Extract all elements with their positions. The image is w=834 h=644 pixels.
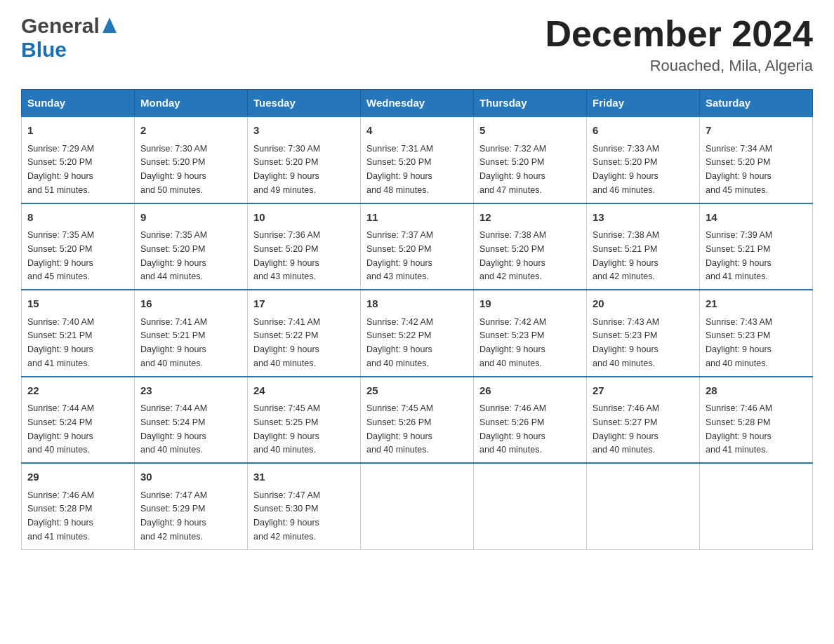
calendar-cell: 11Sunrise: 7:37 AMSunset: 5:20 PMDayligh… bbox=[361, 203, 474, 290]
day-number: 2 bbox=[140, 123, 241, 139]
month-title: December 2024 bbox=[545, 14, 813, 54]
day-info: Sunrise: 7:35 AMSunset: 5:20 PMDaylight:… bbox=[140, 230, 207, 281]
day-info: Sunrise: 7:35 AMSunset: 5:20 PMDaylight:… bbox=[27, 230, 94, 281]
calendar-table: SundayMondayTuesdayWednesdayThursdayFrid… bbox=[21, 89, 813, 550]
calendar-cell bbox=[474, 463, 587, 549]
header-saturday: Saturday bbox=[700, 90, 813, 117]
day-number: 20 bbox=[593, 296, 694, 312]
day-info: Sunrise: 7:47 AMSunset: 5:30 PMDaylight:… bbox=[253, 490, 320, 542]
day-number: 1 bbox=[27, 123, 128, 139]
day-number: 30 bbox=[140, 469, 241, 485]
calendar-cell: 31Sunrise: 7:47 AMSunset: 5:30 PMDayligh… bbox=[248, 463, 361, 549]
day-number: 13 bbox=[593, 210, 694, 226]
calendar-cell: 13Sunrise: 7:38 AMSunset: 5:21 PMDayligh… bbox=[587, 203, 700, 290]
calendar-cell: 14Sunrise: 7:39 AMSunset: 5:21 PMDayligh… bbox=[700, 203, 813, 290]
day-info: Sunrise: 7:29 AMSunset: 5:20 PMDaylight:… bbox=[27, 144, 94, 195]
day-number: 15 bbox=[27, 296, 128, 312]
calendar-cell: 7Sunrise: 7:34 AMSunset: 5:20 PMDaylight… bbox=[700, 116, 813, 203]
day-number: 27 bbox=[593, 383, 694, 399]
day-info: Sunrise: 7:41 AMSunset: 5:21 PMDaylight:… bbox=[140, 317, 207, 368]
calendar-cell: 22Sunrise: 7:44 AMSunset: 5:24 PMDayligh… bbox=[22, 377, 135, 464]
day-number: 12 bbox=[479, 210, 581, 226]
calendar-cell: 21Sunrise: 7:43 AMSunset: 5:23 PMDayligh… bbox=[700, 290, 813, 377]
header-sunday: Sunday bbox=[22, 90, 135, 117]
calendar-cell: 16Sunrise: 7:41 AMSunset: 5:21 PMDayligh… bbox=[135, 290, 248, 377]
calendar-cell: 19Sunrise: 7:42 AMSunset: 5:23 PMDayligh… bbox=[474, 290, 587, 377]
calendar-cell: 12Sunrise: 7:38 AMSunset: 5:20 PMDayligh… bbox=[474, 203, 587, 290]
day-info: Sunrise: 7:43 AMSunset: 5:23 PMDaylight:… bbox=[593, 317, 659, 368]
day-number: 31 bbox=[253, 469, 355, 485]
calendar-header-row: SundayMondayTuesdayWednesdayThursdayFrid… bbox=[22, 90, 813, 117]
day-number: 16 bbox=[140, 296, 241, 312]
day-number: 11 bbox=[366, 210, 468, 226]
day-info: Sunrise: 7:44 AMSunset: 5:24 PMDaylight:… bbox=[140, 403, 207, 455]
day-info: Sunrise: 7:32 AMSunset: 5:20 PMDaylight:… bbox=[479, 144, 546, 195]
calendar-cell: 29Sunrise: 7:46 AMSunset: 5:28 PMDayligh… bbox=[22, 463, 135, 549]
day-info: Sunrise: 7:44 AMSunset: 5:24 PMDaylight:… bbox=[27, 403, 94, 455]
day-info: Sunrise: 7:38 AMSunset: 5:21 PMDaylight:… bbox=[593, 230, 659, 281]
day-info: Sunrise: 7:30 AMSunset: 5:20 PMDaylight:… bbox=[253, 144, 320, 195]
day-info: Sunrise: 7:42 AMSunset: 5:22 PMDaylight:… bbox=[366, 317, 433, 368]
calendar-week-row: 22Sunrise: 7:44 AMSunset: 5:24 PMDayligh… bbox=[22, 377, 813, 464]
day-number: 29 bbox=[27, 469, 128, 485]
day-number: 25 bbox=[366, 383, 468, 399]
calendar-week-row: 1Sunrise: 7:29 AMSunset: 5:20 PMDaylight… bbox=[22, 116, 813, 203]
calendar-cell: 25Sunrise: 7:45 AMSunset: 5:26 PMDayligh… bbox=[361, 377, 474, 464]
day-info: Sunrise: 7:39 AMSunset: 5:21 PMDaylight:… bbox=[706, 230, 772, 281]
day-info: Sunrise: 7:37 AMSunset: 5:20 PMDaylight:… bbox=[366, 230, 433, 281]
day-info: Sunrise: 7:38 AMSunset: 5:20 PMDaylight:… bbox=[479, 230, 546, 281]
day-number: 8 bbox=[27, 210, 128, 226]
calendar-cell: 5Sunrise: 7:32 AMSunset: 5:20 PMDaylight… bbox=[474, 116, 587, 203]
day-info: Sunrise: 7:47 AMSunset: 5:29 PMDaylight:… bbox=[140, 490, 207, 542]
day-number: 6 bbox=[593, 123, 694, 139]
day-info: Sunrise: 7:45 AMSunset: 5:25 PMDaylight:… bbox=[253, 403, 320, 455]
calendar-cell bbox=[700, 463, 813, 549]
calendar-cell bbox=[361, 463, 474, 549]
header-thursday: Thursday bbox=[474, 90, 587, 117]
calendar-cell: 23Sunrise: 7:44 AMSunset: 5:24 PMDayligh… bbox=[135, 377, 248, 464]
day-number: 14 bbox=[706, 210, 807, 226]
calendar-cell: 30Sunrise: 7:47 AMSunset: 5:29 PMDayligh… bbox=[135, 463, 248, 549]
logo-general-text: General bbox=[21, 14, 100, 38]
calendar-cell: 2Sunrise: 7:30 AMSunset: 5:20 PMDaylight… bbox=[135, 116, 248, 203]
logo-triangle-icon bbox=[102, 18, 117, 33]
calendar-cell: 4Sunrise: 7:31 AMSunset: 5:20 PMDaylight… bbox=[361, 116, 474, 203]
calendar-cell: 8Sunrise: 7:35 AMSunset: 5:20 PMDaylight… bbox=[22, 203, 135, 290]
day-info: Sunrise: 7:41 AMSunset: 5:22 PMDaylight:… bbox=[253, 317, 320, 368]
page-header: General Blue December 2024 Rouached, Mil… bbox=[21, 14, 813, 75]
calendar-cell: 28Sunrise: 7:46 AMSunset: 5:28 PMDayligh… bbox=[700, 377, 813, 464]
day-info: Sunrise: 7:46 AMSunset: 5:28 PMDaylight:… bbox=[706, 403, 772, 455]
day-info: Sunrise: 7:33 AMSunset: 5:20 PMDaylight:… bbox=[593, 144, 659, 195]
day-number: 28 bbox=[706, 383, 807, 399]
logo: General Blue bbox=[21, 14, 117, 62]
day-number: 3 bbox=[253, 123, 355, 139]
day-number: 5 bbox=[479, 123, 581, 139]
calendar-cell: 10Sunrise: 7:36 AMSunset: 5:20 PMDayligh… bbox=[248, 203, 361, 290]
day-info: Sunrise: 7:34 AMSunset: 5:20 PMDaylight:… bbox=[706, 144, 772, 195]
calendar-cell: 15Sunrise: 7:40 AMSunset: 5:21 PMDayligh… bbox=[22, 290, 135, 377]
day-info: Sunrise: 7:46 AMSunset: 5:27 PMDaylight:… bbox=[593, 403, 659, 455]
calendar-cell bbox=[587, 463, 700, 549]
day-number: 19 bbox=[479, 296, 581, 312]
header-wednesday: Wednesday bbox=[361, 90, 474, 117]
calendar-cell: 9Sunrise: 7:35 AMSunset: 5:20 PMDaylight… bbox=[135, 203, 248, 290]
day-number: 17 bbox=[253, 296, 355, 312]
day-info: Sunrise: 7:40 AMSunset: 5:21 PMDaylight:… bbox=[27, 317, 94, 368]
day-number: 4 bbox=[366, 123, 468, 139]
calendar-cell: 6Sunrise: 7:33 AMSunset: 5:20 PMDaylight… bbox=[587, 116, 700, 203]
calendar-cell: 26Sunrise: 7:46 AMSunset: 5:26 PMDayligh… bbox=[474, 377, 587, 464]
header-friday: Friday bbox=[587, 90, 700, 117]
calendar-week-row: 29Sunrise: 7:46 AMSunset: 5:28 PMDayligh… bbox=[22, 463, 813, 549]
day-number: 24 bbox=[253, 383, 355, 399]
day-info: Sunrise: 7:45 AMSunset: 5:26 PMDaylight:… bbox=[366, 403, 433, 455]
day-info: Sunrise: 7:43 AMSunset: 5:23 PMDaylight:… bbox=[706, 317, 772, 368]
header-monday: Monday bbox=[135, 90, 248, 117]
day-info: Sunrise: 7:42 AMSunset: 5:23 PMDaylight:… bbox=[479, 317, 546, 368]
calendar-cell: 3Sunrise: 7:30 AMSunset: 5:20 PMDaylight… bbox=[248, 116, 361, 203]
location-text: Rouached, Mila, Algeria bbox=[545, 57, 813, 75]
calendar-cell: 27Sunrise: 7:46 AMSunset: 5:27 PMDayligh… bbox=[587, 377, 700, 464]
header-tuesday: Tuesday bbox=[248, 90, 361, 117]
day-info: Sunrise: 7:36 AMSunset: 5:20 PMDaylight:… bbox=[253, 230, 320, 281]
day-info: Sunrise: 7:46 AMSunset: 5:26 PMDaylight:… bbox=[479, 403, 546, 455]
calendar-cell: 1Sunrise: 7:29 AMSunset: 5:20 PMDaylight… bbox=[22, 116, 135, 203]
